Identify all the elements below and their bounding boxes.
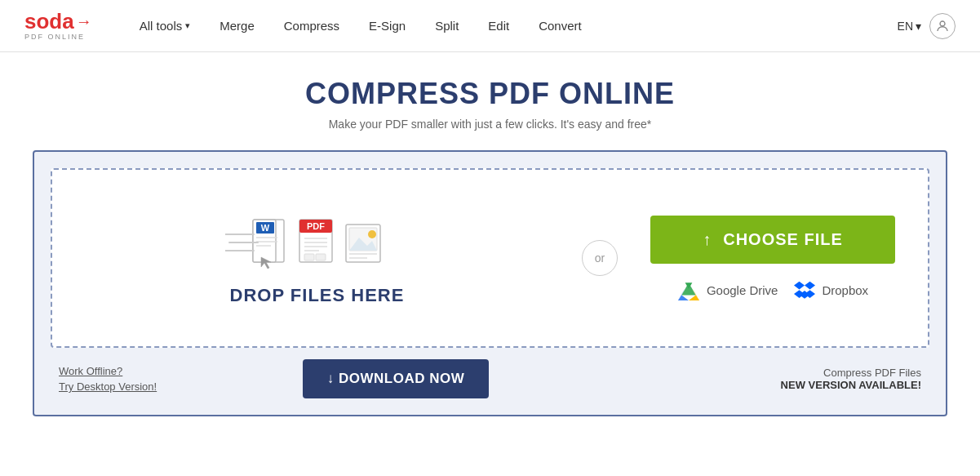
page-title: COMPRESS PDF ONLINE — [33, 77, 947, 111]
choose-file-button[interactable]: ↑ CHOOSE FILE — [650, 216, 895, 264]
cloud-options: Google Drive Dropbox — [677, 280, 868, 301]
language-selector[interactable]: EN ▾ — [898, 20, 921, 33]
dropbox-label: Dropbox — [822, 283, 868, 297]
download-label: ↓ DOWNLOAD NOW — [327, 371, 464, 387]
chevron-down-icon: ▾ — [916, 20, 921, 33]
image-icon — [343, 220, 385, 270]
chevron-down-icon: ▾ — [185, 20, 190, 31]
new-version-info: Compress PDF Files NEW VERSION AVAILABLE… — [781, 367, 921, 391]
right-actions: ↑ CHOOSE FILE Google — [650, 216, 895, 301]
nav-split[interactable]: Split — [420, 19, 473, 33]
dropbox-icon — [794, 280, 815, 301]
svg-point-24 — [368, 230, 376, 238]
drop-zone: W PDF — [85, 210, 549, 306]
dropbox-option[interactable]: Dropbox — [794, 280, 868, 301]
try-desktop-link[interactable]: Try Desktop Version! — [59, 380, 157, 393]
google-drive-icon — [677, 281, 700, 300]
work-offline-section: Work Offline? Try Desktop Version! — [59, 365, 157, 393]
pdf-doc-icon: PDF — [296, 218, 339, 274]
user-profile-button[interactable] — [929, 13, 956, 39]
page-subtitle: Make your PDF smaller with just a few cl… — [33, 118, 947, 131]
upload-arrow-icon: ↑ — [703, 230, 712, 249]
nav-merge[interactable]: Merge — [205, 19, 269, 33]
main-nav: All tools ▾ Merge Compress E-Sign Split … — [125, 19, 898, 33]
logo[interactable]: soda→ PDF ONLINE — [24, 11, 92, 41]
nav-all-tools[interactable]: All tools ▾ — [125, 19, 206, 33]
file-icons-illustration: W PDF — [250, 210, 385, 270]
upload-container: W PDF — [33, 150, 947, 416]
svg-text:PDF: PDF — [307, 221, 325, 231]
svg-rect-19 — [304, 254, 314, 260]
nav-esign[interactable]: E-Sign — [354, 19, 420, 33]
logo-name: soda — [24, 11, 74, 32]
nav-convert[interactable]: Convert — [524, 19, 596, 33]
google-drive-label: Google Drive — [707, 283, 778, 297]
new-version-line1: Compress PDF Files — [823, 367, 921, 379]
download-button[interactable]: ↓ DOWNLOAD NOW — [303, 359, 489, 398]
logo-sub: PDF ONLINE — [24, 33, 92, 41]
logo-arrow: → — [76, 13, 92, 29]
or-separator: or — [582, 240, 618, 276]
drop-zone-area[interactable]: W PDF — [51, 168, 929, 348]
nav-compress[interactable]: Compress — [269, 19, 354, 33]
work-offline-link[interactable]: Work Offline? — [59, 365, 157, 377]
speed-lines-icon — [225, 222, 266, 271]
drop-label: DROP FILES HERE — [230, 285, 405, 306]
new-version-line2: NEW VERSION AVAILABLE! — [781, 379, 921, 391]
google-drive-option[interactable]: Google Drive — [677, 281, 778, 300]
bottom-bar: Work Offline? Try Desktop Version! ↓ DOW… — [51, 348, 929, 398]
svg-point-0 — [940, 21, 945, 26]
nav-edit[interactable]: Edit — [473, 19, 524, 33]
svg-rect-20 — [316, 254, 326, 260]
